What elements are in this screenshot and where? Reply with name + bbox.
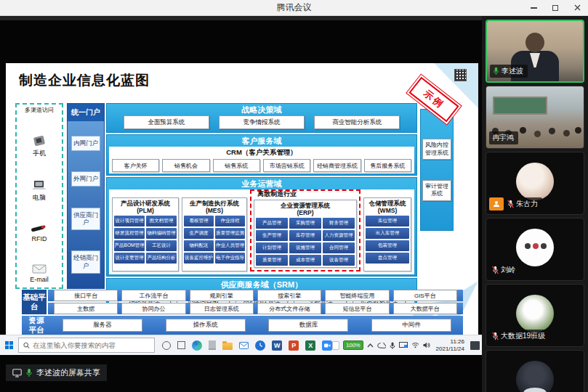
mic-muted-icon	[507, 200, 514, 208]
unified-portal-column: 统一门户 内网门户外网门户供应商门户经销商门户	[67, 103, 105, 289]
taskbar-search[interactable]	[18, 338, 156, 353]
module-box: 设计项目管理	[114, 216, 145, 226]
word-app-icon[interactable]: W	[272, 340, 282, 351]
participant-name: 李述波	[502, 66, 523, 76]
crm-panel: CRM（客户关系管理） 客户关怀销售机会销售系统市场营销系统经销商管理系统售后服…	[109, 147, 414, 173]
resource-platform: 资源平台 服务器操作系统数据库中间件	[22, 316, 463, 335]
platform-box: 日志管理系统	[190, 303, 254, 314]
platform-box: 中间件	[371, 319, 451, 332]
excel-app-icon[interactable]: X	[305, 340, 315, 351]
tencent-meeting-app-icon[interactable]	[322, 340, 332, 351]
mail-app-icon[interactable]	[239, 342, 249, 349]
participant-avatar	[516, 228, 554, 266]
participant-tile-speaker[interactable]: 李述波	[486, 20, 584, 83]
module-box: 研发流程管理	[114, 228, 145, 239]
file-explorer-icon[interactable]	[222, 343, 233, 350]
module-box: 设备监控维护	[184, 253, 214, 264]
module-box: 生产调度	[184, 228, 214, 239]
crm-systems: 客户关怀销售机会销售系统市场营销系统经销商管理系统售后服务系统	[112, 159, 411, 172]
platform-box: 数据库	[268, 319, 348, 332]
erp-title: 企业资源管理系统 (ERP)	[256, 202, 355, 216]
participant-tile-bigdata-class[interactable]: 大数据19班级	[486, 284, 584, 347]
participant-tile-zhuguli[interactable]: 朱古力	[486, 152, 584, 215]
onedrive-icon[interactable]	[377, 343, 386, 348]
clock-time: 11:26	[436, 338, 464, 346]
maximize-button[interactable]	[544, 0, 566, 15]
base-platform-label: 基础平台	[22, 290, 47, 314]
domain-title: 战略决策域	[108, 105, 415, 115]
module-box: 质量管理追溯	[215, 228, 245, 239]
module-box: 电子作业指导	[215, 253, 245, 264]
tray-expand-icon[interactable]	[367, 343, 374, 348]
channel-label: 电脑	[33, 193, 46, 203]
search-icon	[23, 342, 30, 349]
module-box: 工艺设计	[146, 240, 177, 251]
powerpoint-app-icon[interactable]: P	[289, 340, 299, 351]
strategy-domain: 战略决策域 全面预算系统竞争情报系统商业智能分析系统	[106, 103, 417, 133]
share-banner-text: 李述波的屏幕共享	[36, 367, 100, 378]
module-box: 设备管理	[323, 255, 355, 266]
task-view-icon[interactable]	[177, 341, 185, 349]
mes-modules: 看板管理作业排程生产调度质量管理追溯物料配送作业人员管理设备监控维护电子作业指导	[184, 216, 245, 264]
module-box: 物料配送	[184, 240, 214, 251]
close-button[interactable]	[566, 0, 588, 15]
module-box: 出入库管理	[366, 228, 409, 239]
taskbar-clock[interactable]: 11:26 2021/11/24	[436, 338, 464, 353]
portal-item: 供应商门户	[71, 208, 100, 230]
platform-box: 接口平台	[54, 290, 118, 301]
participant-avatar	[516, 162, 554, 200]
module-box: 合同管理	[323, 242, 355, 253]
notification-center-icon[interactable]	[470, 341, 480, 350]
display-cast-icon[interactable]	[399, 342, 408, 348]
edge-browser-icon[interactable]	[192, 340, 202, 351]
start-button[interactable]	[0, 341, 18, 349]
base-platform: 基础平台 接口平台工作流平台规则引擎搜索引擎智能终端应用GIS平台 主数据协同办…	[22, 290, 463, 314]
shared-window-strip	[0, 16, 482, 20]
erp-highlight-box: 企业资源管理系统 (ERP) 产品管理采购管理财务管理生产管理库存管理人力资源管…	[250, 189, 361, 271]
participant-tile-wuchengliang[interactable]: 吴澄亮	[486, 350, 584, 392]
participant-tile-classroom[interactable]: 冉宇鸿	[486, 86, 584, 149]
network-icon[interactable]	[411, 342, 419, 348]
erp-modules: 产品管理采购管理财务管理生产管理库存管理人力资源管理计划管理设施管理合同管理质量…	[256, 218, 355, 266]
module-box: 设计变更管理	[114, 253, 145, 264]
platform-box: 主数据	[54, 303, 118, 314]
domain-stack: 战略决策域 全面预算系统竞争情报系统商业智能分析系统 客户服务域 CRM（客户关…	[106, 103, 417, 314]
module-box: 产品管理	[256, 218, 288, 229]
resource-items: 服务器操作系统数据库中间件	[51, 319, 463, 332]
platform-box: 操作系统	[166, 319, 246, 332]
participant-name: 冉宇鸿	[492, 133, 514, 143]
qr-code	[454, 69, 467, 81]
business-panel: 离散制造行业 产品设计研发系统 (PLM) 设计项目管理图文档管理研发流程管理物…	[109, 189, 414, 274]
platform-box: 搜索引擎	[257, 290, 321, 301]
module-box: 作业排程	[215, 216, 245, 226]
screen-icon	[12, 369, 22, 377]
platform-box: 工作流平台	[121, 290, 185, 301]
volume-icon[interactable]	[423, 342, 430, 348]
module-box: 盘点管理	[366, 253, 409, 264]
mic-muted-icon	[492, 332, 499, 340]
base-platform-row-1: 接口平台工作流平台规则引擎搜索引擎智能终端应用GIS平台	[48, 290, 463, 301]
cortana-icon[interactable]	[162, 341, 171, 350]
window-titlebar[interactable]: 腾讯会议	[0, 0, 588, 16]
portal-item: 内网门户	[71, 136, 100, 151]
clock-app-icon[interactable]	[255, 340, 265, 351]
battery-indicator[interactable]: 100%	[343, 340, 363, 350]
minimize-button[interactable]	[523, 0, 544, 15]
business-systems-row: 产品设计研发系统 (PLM) 设计项目管理图文档管理研发流程管理物料编码管理产品…	[112, 197, 411, 271]
input-method-icon[interactable]	[332, 341, 339, 350]
module-box: 作业人员管理	[215, 240, 245, 251]
window-title: 腾讯会议	[0, 1, 588, 14]
channel-label: 手机	[33, 149, 46, 158]
base-platform-row-2: 主数据协同办公日志管理系统分布式文件存储短信息平台大数据平台	[48, 303, 463, 314]
platform-box: 协同办公	[121, 303, 185, 314]
platform-box: 分布式文件存储	[257, 303, 321, 314]
document-app-icon[interactable]	[209, 340, 216, 350]
search-input[interactable]	[33, 341, 150, 349]
system-box: 销售系统	[213, 159, 260, 172]
tray-mic-icon[interactable]	[390, 342, 395, 349]
participant-tile-liuling[interactable]: 刘岭	[486, 218, 584, 281]
access-channels-box: 多渠道访问 手机 电脑 RFID E-mail	[15, 103, 63, 289]
crm-title: CRM（客户关系管理）	[112, 148, 411, 158]
module-box: 成本管理	[289, 255, 321, 266]
module-box: 库位管理	[366, 216, 409, 226]
